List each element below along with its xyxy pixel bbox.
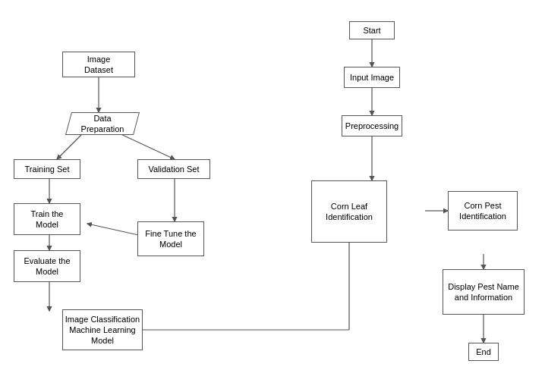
fine-tune-box: Fine Tune the Model bbox=[137, 221, 204, 256]
evaluate-model-box: Evaluate the Model bbox=[14, 250, 80, 282]
start-box: Start bbox=[349, 21, 395, 39]
training-set-box: Training Set bbox=[14, 159, 80, 179]
preprocessing-box: Preprocessing bbox=[342, 115, 402, 136]
svg-line-2 bbox=[118, 133, 175, 159]
svg-line-1 bbox=[57, 133, 83, 159]
display-pest-box: Display Pest Name and Information bbox=[443, 269, 525, 315]
data-preparation-box: Data Preparation bbox=[68, 112, 137, 135]
train-model-box: Train the Model bbox=[14, 203, 80, 235]
image-classification-box: Image Classification Machine Learning Mo… bbox=[62, 309, 143, 350]
input-image-box: Input Image bbox=[344, 67, 400, 88]
validation-set-box: Validation Set bbox=[137, 159, 210, 179]
image-dataset-box: Image Dataset bbox=[62, 52, 135, 77]
corn-pest-id-box: Corn Pest Identification bbox=[448, 191, 518, 230]
corn-leaf-id-box: Corn Leaf Identification bbox=[311, 180, 387, 243]
flowchart-diagram: Image Dataset Data Preparation Training … bbox=[0, 0, 545, 392]
end-box: End bbox=[468, 343, 499, 361]
